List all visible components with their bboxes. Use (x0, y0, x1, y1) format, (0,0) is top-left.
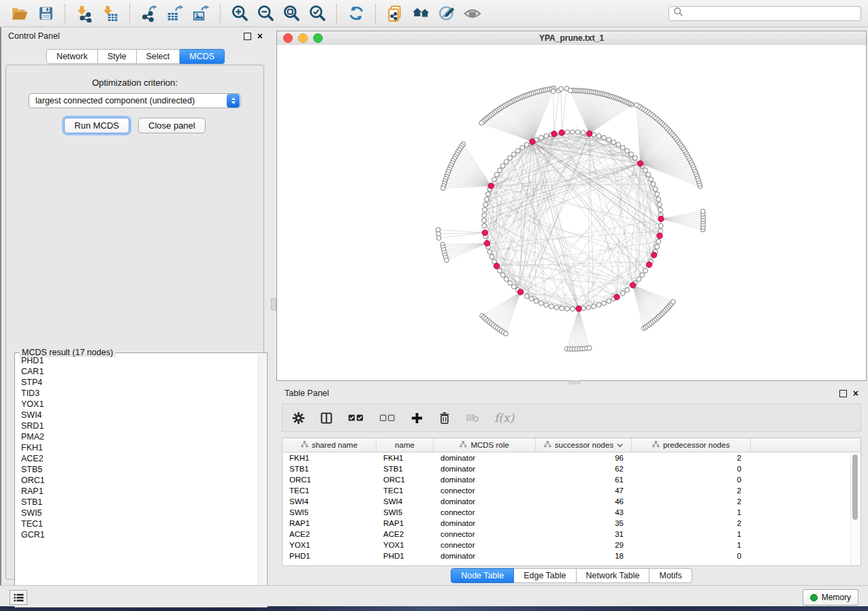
tab-motifs[interactable]: Motifs (649, 568, 692, 583)
table-scrollbar[interactable] (850, 453, 859, 564)
float-panel-icon[interactable] (244, 33, 251, 40)
tab-style[interactable]: Style (98, 49, 137, 64)
column-label: shared name (312, 441, 357, 449)
table-row[interactable]: SWI4SWI4dominator462 (283, 496, 861, 507)
column-header-name[interactable]: name (376, 438, 434, 452)
table-cell: ACE2 (283, 530, 376, 538)
zoom-fit-icon[interactable] (280, 3, 302, 24)
optimization-criterion-label: Optimization criterion: (6, 78, 263, 88)
mcds-result-item[interactable]: PHD1 (16, 355, 259, 366)
column-header-MCDS-role[interactable]: MCDS role (434, 438, 536, 452)
table-row[interactable]: ACE2ACE2connector311 (283, 529, 861, 540)
mcds-result-item[interactable]: STB1 (16, 497, 259, 508)
mcds-result-item[interactable]: FKH1 (16, 442, 259, 453)
table-cell: 0 (632, 465, 751, 473)
table-row[interactable]: TEC1TEC1connector472 (283, 485, 861, 496)
column-label: name (395, 441, 415, 449)
table-cell: FKH1 (283, 454, 376, 462)
mcds-result-item[interactable]: SWI4 (16, 410, 259, 420)
table-scrollbar-thumb[interactable] (852, 455, 858, 520)
table-cell: dominator (434, 454, 536, 462)
zoom-selected-icon[interactable] (306, 3, 328, 24)
search-box[interactable] (669, 6, 861, 21)
export-image-icon[interactable] (190, 3, 212, 24)
zoom-in-icon[interactable] (229, 3, 251, 24)
close-table-panel-icon[interactable]: × (853, 390, 858, 397)
node-table[interactable]: shared namenameMCDS rolesuccessor nodesp… (282, 437, 861, 566)
run-mcds-button[interactable]: Run MCDS (64, 118, 129, 133)
mcds-panel: Optimization criterion: largest connecte… (5, 65, 264, 580)
save-session-icon[interactable] (35, 3, 57, 24)
column-label: predecessor nodes (663, 441, 730, 449)
criterion-dropdown[interactable]: largest connected component (undirected) (29, 93, 241, 108)
table-row[interactable]: STB1STB1dominator620 (283, 463, 861, 474)
import-table-icon[interactable] (99, 3, 121, 24)
import-network-icon[interactable] (74, 3, 95, 24)
export-table-icon[interactable] (164, 3, 186, 24)
mcds-result-item[interactable]: YOX1 (16, 399, 259, 410)
mcds-result-item[interactable]: RAP1 (16, 486, 259, 497)
table-cell: YOX1 (376, 541, 434, 549)
table-row[interactable]: RAP1RAP1dominator352 (283, 518, 861, 529)
select-all-icon[interactable] (348, 413, 364, 423)
network-window-titlebar[interactable]: YPA_prune.txt_1 (277, 31, 866, 46)
delete-column-icon[interactable] (438, 412, 451, 425)
table-row[interactable]: ORC1ORC1dominator610 (283, 474, 861, 485)
network-view-window: YPA_prune.txt_1 (276, 31, 867, 381)
float-table-panel-icon[interactable] (839, 390, 847, 397)
add-column-icon[interactable] (411, 412, 423, 425)
column-header-shared-name[interactable]: shared name (283, 438, 376, 452)
control-panel-title: Control Panel (8, 31, 60, 41)
close-panel-icon[interactable]: × (257, 33, 263, 39)
mcds-result-item[interactable]: TID3 (16, 388, 259, 399)
open-file-icon[interactable] (9, 3, 31, 24)
tab-network-table[interactable]: Network Table (577, 568, 650, 583)
network-home-icon[interactable] (410, 3, 432, 24)
mcds-result-item[interactable]: CAR1 (16, 366, 259, 377)
tab-select[interactable]: Select (137, 49, 180, 64)
toggle-style-icon[interactable] (436, 3, 457, 24)
mcds-result-list[interactable]: PHD1CAR1STP4TID3YOX1SWI4SRD1PMA2FKH1ACE2… (16, 355, 259, 606)
search-input[interactable] (684, 8, 856, 19)
memory-button[interactable]: Memory (803, 589, 858, 606)
table-row[interactable]: SWI5SWI5connector431 (283, 507, 861, 518)
graphics-details-eye-icon[interactable] (462, 3, 483, 24)
mcds-result-item[interactable]: SWI5 (16, 508, 259, 518)
deselect-all-icon[interactable] (379, 413, 396, 423)
tab-edge-table[interactable]: Edge Table (514, 568, 576, 583)
mcds-list-scrollbar[interactable] (258, 354, 266, 606)
mcds-result-item[interactable]: ORC1 (16, 475, 259, 486)
network-graph[interactable] (277, 45, 866, 380)
vertical-splitter-grip[interactable] (271, 298, 276, 310)
column-header-predecessor-nodes[interactable]: predecessor nodes (632, 438, 751, 452)
column-header-successor-nodes[interactable]: successor nodes (536, 438, 632, 452)
tab-mcds[interactable]: MCDS (180, 49, 225, 64)
table-row[interactable]: FKH1FKH1dominator962 (283, 452, 861, 463)
status-bar: Memory (0, 585, 868, 606)
split-pane-icon[interactable] (320, 412, 333, 425)
mcds-result-item[interactable]: TEC1 (16, 518, 259, 529)
refresh-layout-icon[interactable] (345, 3, 367, 24)
toolbar-separator (65, 4, 65, 23)
task-history-button[interactable] (10, 590, 27, 605)
table-cell: 18 (536, 552, 632, 560)
network-canvas[interactable] (277, 45, 866, 380)
zoom-out-icon[interactable] (255, 3, 276, 24)
mcds-result-item[interactable]: ACE2 (16, 453, 259, 464)
clone-network-icon[interactable] (384, 3, 406, 24)
tab-node-table[interactable]: Node Table (451, 568, 514, 583)
tab-network[interactable]: Network (46, 49, 98, 64)
table-cell: SWI4 (376, 497, 434, 506)
mcds-result-item[interactable]: STP4 (16, 377, 259, 388)
memory-label: Memory (822, 593, 851, 602)
mcds-result-item[interactable]: STB5 (16, 464, 259, 475)
mcds-result-item[interactable]: PMA2 (16, 431, 259, 442)
mcds-result-item[interactable]: GCR1 (16, 529, 259, 540)
export-network-icon[interactable] (138, 3, 160, 24)
table-row[interactable]: PHD1PHD1dominator180 (283, 550, 861, 561)
close-panel-button[interactable]: Close panel (138, 118, 206, 133)
settings-gear-icon[interactable] (292, 412, 305, 425)
table-row[interactable]: YOX1YOX1connector291 (283, 540, 861, 550)
table-cell: SWI5 (376, 508, 434, 516)
mcds-result-item[interactable]: SRD1 (16, 420, 259, 431)
